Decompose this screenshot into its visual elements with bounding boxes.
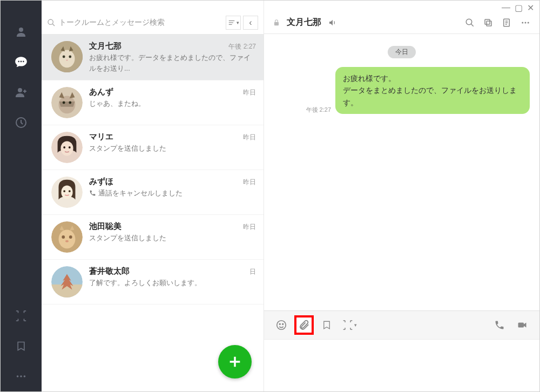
svg-rect-33	[274, 22, 279, 25]
svg-point-28	[62, 235, 65, 239]
more-icon[interactable]	[520, 18, 531, 28]
chat-time: 昨日	[243, 133, 256, 142]
svg-point-41	[277, 321, 286, 330]
conversation-title: 文月七那	[287, 17, 321, 28]
svg-rect-44	[518, 323, 524, 328]
svg-point-23	[61, 185, 72, 199]
call-button[interactable]	[490, 315, 509, 335]
minimize-button[interactable]: —	[502, 3, 510, 11]
chat-time: 午後 2:27	[228, 42, 256, 51]
avatar	[51, 87, 83, 118]
speaker-icon[interactable]	[328, 18, 338, 27]
svg-point-38	[522, 22, 523, 23]
search-icon	[47, 18, 56, 27]
chat-time: 昨日	[243, 222, 256, 232]
chat-preview: 通話をキャンセルしました	[89, 188, 256, 199]
chat-preview: 了解です。よろしくお願いします。	[89, 278, 256, 288]
nav-more[interactable]	[1, 361, 42, 391]
sort-button[interactable]: ▾	[226, 16, 241, 30]
svg-rect-36	[485, 19, 490, 24]
conv-search-icon[interactable]	[465, 18, 475, 28]
svg-point-42	[279, 323, 280, 325]
chat-item[interactable]: みずほ昨日 通話をキャンセルしました	[42, 170, 264, 215]
emoji-button[interactable]	[272, 315, 291, 335]
lock-icon	[273, 18, 280, 27]
chat-list-panel: トークルームとメッセージ検索 ▾ ‹ 文月七那午後 2:27 お疲れ様です。デー…	[42, 1, 264, 391]
message-input[interactable]	[264, 340, 539, 391]
video-call-button[interactable]	[512, 315, 532, 335]
close-button[interactable]: ✕	[527, 3, 534, 11]
notes-icon[interactable]	[502, 18, 511, 28]
chat-name: みずほ	[89, 177, 113, 187]
svg-point-27	[59, 229, 76, 248]
svg-point-0	[19, 28, 23, 32]
date-separator: 今日	[388, 46, 416, 58]
maximize-button[interactable]: ▢	[515, 3, 523, 11]
chat-name: 蒼井敬太郎	[89, 266, 130, 276]
nav-sidebar	[1, 1, 42, 391]
svg-point-20	[63, 146, 65, 148]
svg-point-7	[20, 375, 22, 377]
chat-name: 池田聡美	[89, 221, 122, 232]
nav-chats[interactable]	[1, 47, 42, 77]
svg-point-19	[60, 141, 73, 156]
nav-capture[interactable]	[1, 301, 42, 331]
svg-point-30	[65, 240, 69, 242]
svg-rect-32	[51, 285, 83, 298]
svg-point-16	[63, 102, 65, 104]
collapse-button[interactable]: ‹	[243, 16, 258, 30]
svg-point-1	[18, 61, 19, 63]
svg-rect-35	[487, 21, 491, 26]
chat-time: 日	[249, 267, 256, 276]
attachment-button[interactable]	[294, 315, 314, 335]
chat-preview: スタンプを送信しました	[89, 143, 256, 154]
search-placeholder: トークルームとメッセージ検索	[59, 18, 165, 28]
svg-point-4	[18, 88, 22, 92]
chat-item[interactable]: 蒼井敬太郎日 了解です。よろしくお願いします。	[42, 260, 264, 305]
svg-point-29	[69, 235, 72, 239]
capture-button[interactable]: ▾	[340, 315, 359, 335]
svg-point-34	[466, 19, 472, 25]
avatar	[51, 177, 83, 208]
keep-button[interactable]	[317, 315, 336, 335]
nav-timeline[interactable]	[1, 107, 42, 138]
svg-point-3	[23, 61, 24, 63]
messages-area: 今日 午後 2:27 お疲れ様です。 データをまとめましたので、ファイルをお送り…	[264, 34, 539, 310]
svg-point-21	[69, 146, 71, 148]
chat-preview: スタンプを送信しました	[89, 233, 256, 244]
conversation-panel: 文月七那 今日 午後 2:27 お疲れ様です。 データをまとめましたので、ファイ…	[264, 1, 539, 391]
svg-point-9	[48, 19, 53, 24]
chat-item[interactable]: あんず昨日 じゃあ、またね。	[42, 80, 264, 125]
svg-point-6	[17, 375, 19, 377]
svg-point-2	[21, 61, 22, 63]
nav-friends[interactable]	[1, 17, 42, 47]
svg-point-11	[59, 50, 75, 67]
search-input[interactable]: トークルームとメッセージ検索	[47, 18, 224, 28]
new-chat-button[interactable]	[218, 345, 252, 379]
message-bubble: お疲れ様です。 データをまとめましたので、ファイルをお送りします。	[335, 67, 530, 114]
chat-item[interactable]: 池田聡美昨日 スタンプを送信しました	[42, 215, 264, 260]
nav-add-friend[interactable]	[1, 77, 42, 107]
chat-item[interactable]: マリエ昨日 スタンプを送信しました	[42, 125, 264, 170]
chat-name: あんず	[89, 87, 113, 97]
message-time: 午後 2:27	[306, 106, 331, 114]
chat-name: 文月七那	[89, 41, 122, 51]
svg-point-39	[525, 22, 526, 23]
svg-point-24	[63, 190, 65, 192]
avatar	[51, 41, 83, 72]
avatar	[51, 266, 83, 298]
chat-item[interactable]: 文月七那午後 2:27 お疲れ様です。データをまとめましたので、ファイルをお送り…	[42, 35, 264, 80]
svg-point-17	[69, 102, 71, 104]
chat-name: マリエ	[89, 132, 113, 142]
chat-preview: お疲れ様です。データをまとめましたので、ファイルをお送り...	[89, 52, 256, 73]
nav-keep[interactable]	[1, 331, 42, 361]
svg-point-8	[24, 375, 26, 377]
svg-point-25	[69, 190, 71, 192]
svg-point-12	[63, 56, 65, 58]
avatar	[51, 132, 83, 163]
svg-point-43	[282, 323, 284, 325]
chat-time: 昨日	[243, 178, 256, 187]
copy-icon[interactable]	[483, 18, 493, 28]
phone-icon	[89, 190, 96, 197]
avatar	[51, 221, 83, 253]
